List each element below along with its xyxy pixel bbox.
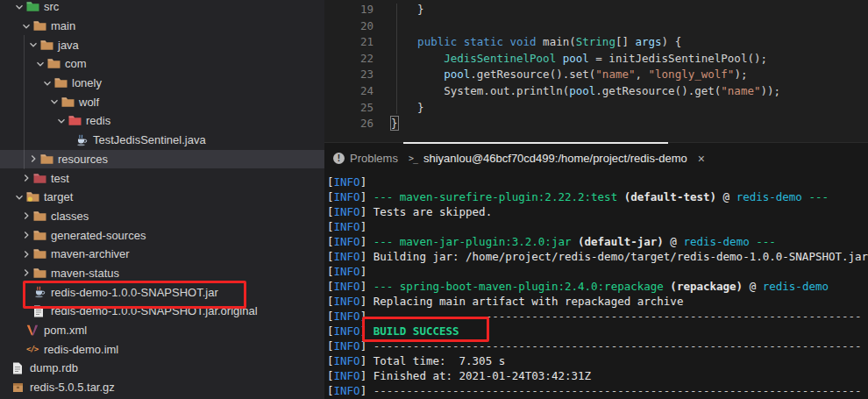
tree-item-redis-demo-1-0-0-snapshot-jar[interactable]: redis-demo-1.0.0-SNAPSHOT.jar — [0, 282, 324, 302]
terminal-line: [INFO] BUILD SUCCESS — [327, 324, 868, 338]
code-line: } — [391, 2, 780, 18]
terminal-line: [INFO] ---------------------------------… — [327, 383, 868, 398]
tree-item-label: maven-status — [51, 267, 119, 280]
tree-item-label: generated-sources — [51, 229, 146, 242]
folder-src-icon — [26, 1, 43, 12]
code-line: public static void main(String[] args) { — [391, 34, 780, 51]
tree-item-label: redis-demo-1.0.0-SNAPSHOT.jar — [51, 286, 218, 299]
tree-item-maven-archiver[interactable]: maven-archiver — [0, 245, 324, 264]
terminal-output[interactable]: [INFO][INFO] --- maven-surefire-plugin:2… — [327, 175, 868, 398]
code-line: JedisSentinelPool pool = initJedisSentin… — [391, 51, 780, 68]
tab-terminal[interactable]: >_ shiyanlou@46bcf70cd499:/home/project/… — [409, 152, 705, 166]
chevron-right-icon[interactable] — [19, 267, 33, 278]
chevron-down-icon[interactable] — [19, 21, 33, 32]
close-icon[interactable]: × — [698, 152, 705, 166]
tree-item-lonely[interactable]: lonely — [0, 74, 324, 93]
tree-item-maven-status[interactable]: maven-status — [0, 264, 324, 283]
line-number-gutter[interactable]: 1920212223242526 — [324, 2, 374, 132]
chevron-right-icon[interactable] — [19, 249, 33, 260]
line-number[interactable]: 19 — [324, 2, 374, 18]
tree-item-label: redis-demo-1.0.0-SNAPSHOT.jar.original — [51, 304, 258, 317]
terminal-line: [INFO] --- maven-surefire-plugin:2.22.2:… — [327, 189, 868, 204]
code-line: pool.getResource().set("name", "longly_w… — [391, 67, 780, 83]
terminal-line: [INFO] Total time: 7.305 s — [327, 353, 868, 368]
tree-item-label: target — [44, 190, 73, 203]
line-number[interactable]: 25 — [324, 100, 374, 117]
tree-item-label: redis-5.0.5.tar.gz — [30, 381, 115, 394]
folder-target-icon — [26, 191, 43, 203]
chevron-down-icon[interactable] — [40, 78, 54, 89]
line-number[interactable]: 20 — [324, 18, 374, 35]
tree-item-java[interactable]: java — [0, 35, 324, 54]
tree-item-label: wolf — [79, 96, 99, 109]
terminal-tab-label: shiyanlou@46bcf70cd499:/home/project/red… — [423, 152, 687, 165]
doc-file-icon — [33, 305, 50, 317]
chevron-down-icon[interactable] — [26, 39, 40, 50]
code-area[interactable]: } public static void main(String[] args)… — [391, 2, 780, 132]
folder-icon — [33, 20, 50, 32]
doc-file-icon — [12, 362, 29, 374]
chevron-down-icon[interactable] — [12, 2, 26, 12]
chevron-down-icon[interactable] — [54, 116, 68, 126]
tree-item-com[interactable]: com — [0, 54, 324, 74]
line-number[interactable]: 21 — [324, 34, 374, 51]
chevron-down-icon[interactable] — [33, 59, 47, 69]
chevron-right-icon[interactable] — [26, 153, 40, 164]
terminal-line: [INFO] ---------------------------------… — [327, 309, 868, 324]
tree-item-pom-xml[interactable]: pom.xml — [0, 321, 324, 340]
folder-test-icon — [33, 173, 50, 184]
tree-item-label: java — [58, 39, 79, 52]
tree-item-dump-rdb[interactable]: dump.rdb — [0, 359, 324, 378]
terminal-line: [INFO] — [327, 175, 868, 189]
chevron-right-icon[interactable] — [19, 210, 33, 221]
tree-item-test[interactable]: test — [0, 168, 324, 188]
folder-icon — [33, 248, 50, 260]
terminal-line: [INFO] — [327, 264, 868, 279]
terminal-line: [INFO] Replacing main artifact with repa… — [327, 294, 868, 309]
chevron-right-icon[interactable] — [19, 230, 33, 240]
tree-item-wolf[interactable]: wolf — [0, 92, 324, 111]
tree-item-resources[interactable]: resources — [0, 150, 324, 169]
chevron-down-icon[interactable] — [47, 96, 61, 107]
tab-problems[interactable]: ! Problems — [333, 152, 398, 165]
tree-item-label: com — [65, 57, 87, 70]
folder-icon — [40, 39, 57, 51]
tree-item-label: resources — [58, 153, 108, 166]
tree-item-redis-demo-iml[interactable]: </>redis-demo.iml — [0, 339, 324, 359]
line-number[interactable]: 22 — [324, 51, 374, 68]
code-editor[interactable]: 1920212223242526 } public static void ma… — [324, 0, 868, 142]
code-line: } — [391, 116, 780, 132]
tree-item-generated-sources[interactable]: generated-sources — [0, 225, 324, 245]
chevron-right-icon[interactable] — [19, 173, 33, 183]
tree-item-label: main — [51, 19, 75, 32]
code-line: } — [391, 100, 780, 117]
tree-item-testjedissentinel-java[interactable]: TestJedisSentinel.java — [0, 131, 324, 150]
archive-file-icon — [12, 381, 29, 393]
panel-tab-bar: ! Problems >_ shiyanlou@46bcf70cd499:/ho… — [324, 143, 868, 174]
problems-icon: ! — [333, 153, 345, 164]
line-number[interactable]: 26 — [324, 116, 374, 132]
tree-item-src[interactable]: src — [0, 0, 324, 17]
line-number[interactable]: 24 — [324, 83, 374, 100]
tree-item-label: redis — [86, 114, 110, 127]
line-number[interactable]: 23 — [324, 67, 374, 83]
tree-item-main[interactable]: main — [0, 17, 324, 36]
terminal-line: [INFO] ---------------------------------… — [327, 338, 868, 353]
chevron-down-icon[interactable] — [12, 192, 26, 203]
terminal-icon: >_ — [409, 153, 417, 163]
file-explorer[interactable]: srcmainjavacomlonelywolfredisTestJedisSe… — [0, 0, 324, 399]
tree-item-redis[interactable]: redis — [0, 111, 324, 131]
tree-item-classes[interactable]: classes — [0, 207, 324, 226]
active-tab-indicator — [403, 142, 668, 144]
terminal-line: [INFO] Finished at: 2021-01-24T03:42:31Z — [327, 368, 868, 383]
java-file-icon — [75, 134, 92, 146]
tree-item-redis-5-0-5-tar-gz[interactable]: redis-5.0.5.tar.gz — [0, 378, 324, 397]
tree-item-label: pom.xml — [44, 324, 87, 337]
file-tree: srcmainjavacomlonelywolfredisTestJedisSe… — [0, 0, 324, 396]
tree-item-redis-demo-1-0-0-snapshot-jar-original[interactable]: redis-demo-1.0.0-SNAPSHOT.jar.original — [0, 302, 324, 321]
terminal-line: [INFO] Tests are skipped. — [327, 204, 868, 219]
terminal-line: [INFO] Building jar: /home/project/redis… — [327, 249, 868, 264]
tree-item-target[interactable]: target — [0, 188, 324, 207]
tree-item-label: dump.rdb — [30, 361, 78, 374]
tree-item-label: classes — [51, 210, 89, 223]
